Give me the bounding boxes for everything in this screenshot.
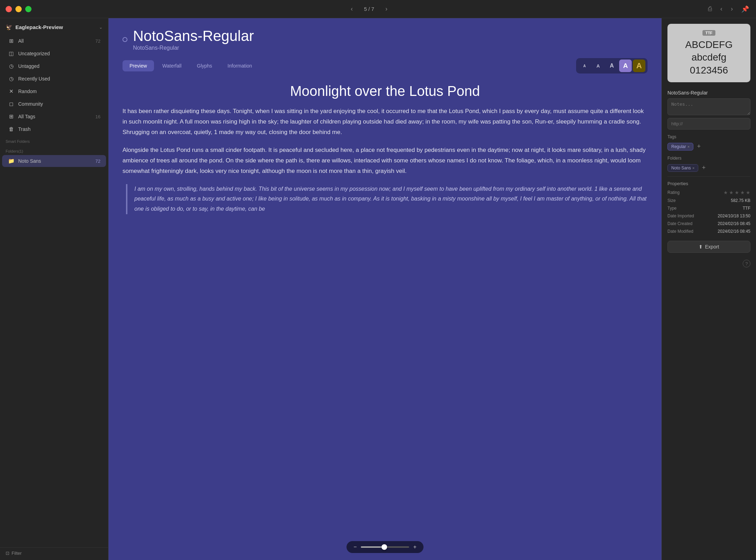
size-label: Size — [667, 198, 676, 203]
star-4[interactable]: ★ — [740, 190, 745, 195]
url-input[interactable] — [667, 118, 750, 130]
date-created-value: 2024/02/16 08:45 — [718, 221, 750, 226]
date-modified-value: 2024/02/16 08:45 — [718, 229, 750, 234]
slider-increase-button[interactable]: + — [413, 544, 416, 550]
folder-chip-noto-sans[interactable]: Noto Sans × — [667, 164, 698, 172]
folders-section-label: Folders — [662, 152, 756, 162]
star-3[interactable]: ★ — [735, 190, 739, 195]
tag-chip-regular[interactable]: Regular × — [667, 143, 693, 150]
add-folder-button[interactable]: + — [700, 163, 707, 172]
sidebar-item-untagged[interactable]: ◷ Untagged — [2, 60, 106, 72]
date-modified-label: Date Modified — [667, 229, 693, 234]
slider-thumb[interactable] — [382, 544, 387, 550]
pin-button[interactable]: 📌 — [740, 4, 750, 14]
size-btn-lg[interactable]: A — [619, 59, 632, 72]
size-btn-xs[interactable]: A — [578, 59, 591, 72]
right-font-name: NotoSans-Regular — [662, 88, 756, 97]
titlebar-actions: ⎙ ‹ › 📌 — [707, 4, 750, 14]
tags-section-label: Tags — [662, 131, 756, 141]
export-button[interactable]: ⬆ Export — [667, 241, 750, 253]
notes-input[interactable] — [667, 98, 750, 115]
titlebar-center: ‹ 5 / 7 › — [36, 4, 702, 14]
type-value: TTF — [743, 206, 750, 211]
font-header: NotoSans-Regular NotoSans-Regular — [108, 18, 662, 57]
prev-nav-button[interactable]: ‹ — [719, 4, 724, 14]
tabs-bar: Preview Waterfall Glyphs Information A A… — [108, 57, 662, 74]
content-area: NotoSans-Regular NotoSans-Regular Previe… — [108, 18, 662, 560]
all-tags-icon: ⊞ — [8, 113, 15, 120]
sidebar-logo-icon: 🦅 — [6, 24, 13, 30]
sidebar-item-noto-sans[interactable]: 📁 Noto Sans 72 — [2, 155, 106, 167]
prop-row-date-imported: Date Imported 2024/10/18 13:50 — [667, 212, 750, 220]
folder-chip-label: Noto Sans — [671, 166, 691, 170]
preview-title: Moonlight over the Lotus Pond — [122, 83, 648, 99]
stars-row: ★ ★ ★ ★ ★ — [723, 190, 750, 195]
tab-preview[interactable]: Preview — [122, 60, 154, 71]
add-tag-button[interactable]: + — [695, 142, 702, 151]
minimize-button[interactable] — [15, 6, 22, 12]
size-buttons: A A A A A — [576, 58, 648, 74]
star-1[interactable]: ★ — [723, 190, 728, 195]
size-btn-sm[interactable]: A — [592, 59, 604, 72]
slider-track[interactable] — [361, 546, 409, 548]
tab-information[interactable]: Information — [220, 60, 259, 71]
slider-decrease-button[interactable]: − — [354, 544, 357, 550]
back-button[interactable]: ‹ — [348, 4, 356, 14]
sidebar: 🦅 Eaglepack-Preview ⌄ ⊞ All 72 ◫ Uncateg… — [0, 18, 108, 560]
size-value: 582.75 KB — [731, 198, 750, 203]
preview-content[interactable]: Moonlight over the Lotus Pond It has bee… — [108, 74, 662, 560]
sidebar-item-trash[interactable]: 🗑 Trash — [2, 123, 106, 135]
random-icon: ✕ — [8, 88, 15, 94]
help-button[interactable]: ? — [743, 260, 750, 267]
sidebar-item-all-tags[interactable]: ⊞ All Tags 16 — [2, 111, 106, 122]
tag-chip-close[interactable]: × — [687, 145, 690, 149]
font-preview-text: ABCDEFGabcdefg0123456 — [673, 38, 745, 77]
font-size-slider: − + — [346, 541, 424, 553]
maximize-button[interactable] — [25, 6, 31, 12]
sidebar-item-all[interactable]: ⊞ All 72 — [2, 35, 106, 47]
community-icon: ◻ — [8, 101, 15, 107]
content-wrapper: Moonlight over the Lotus Pond It has bee… — [108, 74, 662, 560]
sidebar-item-community[interactable]: ◻ Community — [2, 98, 106, 110]
sidebar-item-label-uncategorized: Uncategorized — [18, 51, 100, 56]
prop-row-date-modified: Date Modified 2024/02/16 08:45 — [667, 227, 750, 235]
sidebar-item-label-community: Community — [18, 101, 100, 107]
prop-row-size: Size 582.75 KB — [667, 197, 750, 204]
sidebar-item-recently-used[interactable]: ◷ Recently Used — [2, 73, 106, 85]
sidebar-item-random[interactable]: ✕ Random — [2, 85, 106, 97]
tab-waterfall[interactable]: Waterfall — [155, 60, 189, 71]
folders-label: Folders(1) — [0, 145, 108, 155]
filter-button[interactable]: ⊡ Filter — [6, 551, 22, 556]
preview-blockquote: I am on my own, strolling, hands behind … — [126, 184, 648, 214]
close-button[interactable] — [6, 6, 12, 12]
star-5[interactable]: ★ — [746, 190, 750, 195]
sidebar-item-count-all: 72 — [96, 38, 100, 44]
sidebar-header: 🦅 Eaglepack-Preview ⌄ — [0, 21, 108, 35]
font-dot — [122, 37, 127, 42]
star-2[interactable]: ★ — [729, 190, 734, 195]
properties-section: Properties Rating ★ ★ ★ ★ ★ Size 582.75 … — [662, 180, 756, 237]
size-btn-xl[interactable]: A — [633, 59, 645, 72]
size-btn-md[interactable]: A — [606, 59, 618, 72]
next-nav-button[interactable]: › — [729, 4, 734, 14]
tab-glyphs[interactable]: Glyphs — [190, 60, 219, 71]
sidebar-item-label-trash: Trash — [18, 126, 100, 132]
sidebar-item-uncategorized[interactable]: ◫ Uncategorized — [2, 48, 106, 59]
export-icon: ⬆ — [699, 244, 703, 250]
sidebar-item-label-all: All — [18, 38, 92, 44]
date-created-label: Date Created — [667, 221, 692, 226]
font-preview-card: TTF ABCDEFGabcdefg0123456 — [667, 24, 750, 82]
font-preview-badge: TTF — [702, 30, 715, 36]
type-label: Type — [667, 206, 677, 211]
trash-icon: 🗑 — [8, 126, 15, 132]
folder-chip-close[interactable]: × — [692, 166, 694, 170]
font-title-section: NotoSans-Regular NotoSans-Regular — [133, 28, 648, 51]
share-button[interactable]: ⎙ — [707, 4, 713, 14]
rating-label: Rating — [667, 190, 680, 195]
forward-button[interactable]: › — [383, 4, 390, 14]
sidebar-item-label-all-tags: All Tags — [18, 114, 92, 119]
sidebar-chevron-icon: ⌄ — [99, 25, 103, 30]
all-icon: ⊞ — [8, 38, 15, 44]
sidebar-title: Eaglepack-Preview — [15, 24, 96, 30]
prop-row-type: Type TTF — [667, 204, 750, 212]
